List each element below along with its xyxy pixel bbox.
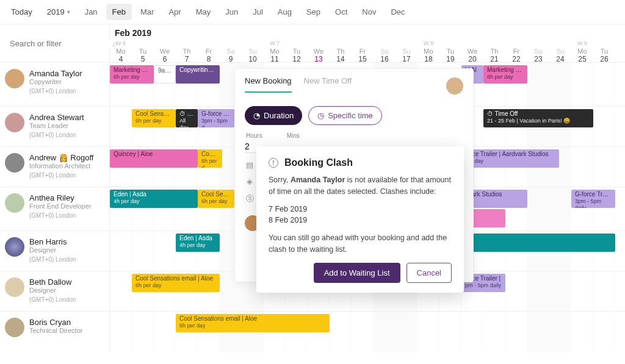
booking-block[interactable]: ⏱ TimeAll day — [176, 109, 198, 127]
today-button[interactable]: Today — [5, 4, 38, 20]
booking-block[interactable]: G-force Trailer |3pm - 5pm daily — [571, 190, 615, 208]
booking-block[interactable]: Marketing Brief6h per day — [110, 65, 154, 84]
warning-icon: ! — [269, 158, 278, 168]
booking-block[interactable]: ⏱ Time Off21 - 25 Feb | Vacation in Pari… — [483, 109, 593, 127]
person-name[interactable]: Boris Cryan — [29, 318, 82, 327]
year-picker[interactable]: 2019▾ — [41, 4, 76, 20]
person-role: Designer — [29, 287, 76, 294]
day-col[interactable]: W 7Mo11 — [264, 39, 286, 63]
month-feb[interactable]: Feb — [106, 4, 132, 20]
calendar-header: ⌕ Feb 2019 W 6Mo4 Tu5 We6 Th7 Fr8 Sa9 Su… — [0, 24, 625, 63]
assignee-avatar[interactable] — [446, 77, 463, 95]
day-col[interactable]: We13 — [308, 39, 330, 63]
person-tz: (GMT+0) London — [29, 256, 76, 263]
person-role: Designer — [29, 246, 76, 254]
day-col[interactable]: W 6Mo4 — [110, 39, 132, 63]
person-name[interactable]: Anthea Riley — [29, 193, 92, 202]
avatar[interactable] — [5, 277, 24, 297]
day-col[interactable]: Sa9 — [220, 39, 242, 63]
add-to-waiting-list-button[interactable]: Add to Waiting List — [314, 263, 400, 283]
duration-pill[interactable]: ◔Duration — [245, 106, 302, 125]
day-col[interactable]: Su24 — [549, 39, 571, 63]
day-col[interactable]: Sa16 — [374, 39, 396, 63]
day-col[interactable]: We20 — [461, 39, 483, 63]
booking-clash-modal: !Booking Clash Sorry, Amanda Taylor is n… — [256, 146, 464, 293]
day-col[interactable]: Fr15 — [352, 39, 374, 63]
project-icon: ◈ — [245, 177, 255, 186]
booking-block[interactable]: Copywriting | Aloe — [176, 65, 220, 84]
avatar[interactable] — [5, 318, 24, 337]
avatar[interactable] — [5, 193, 24, 213]
day-col[interactable]: Tu12 — [286, 39, 308, 63]
tab-new-time-off[interactable]: New Time Off — [304, 76, 352, 93]
month-nov[interactable]: Nov — [356, 4, 382, 20]
month-jan[interactable]: Jan — [79, 4, 104, 20]
person-tz: (GMT+0) London — [29, 132, 84, 138]
booking-block[interactable] — [461, 234, 615, 252]
avatar[interactable] — [5, 113, 24, 132]
day-col[interactable]: Th7 — [176, 39, 198, 63]
booking-block[interactable]: Marketing Brief6h per day — [483, 65, 527, 84]
person-role: Technical Director — [29, 327, 82, 334]
booking-block[interactable]: Cool Sensations email | Aloe6h per day — [176, 314, 330, 332]
avatar[interactable] — [5, 69, 24, 88]
day-col[interactable]: Th21 — [483, 39, 505, 63]
month-nav-bar: Today 2019▾ Jan Feb Mar Apr May Jun Jul … — [0, 0, 625, 24]
booking-block[interactable]: Quincey | Aloe — [110, 149, 198, 168]
day-col[interactable]: W 8Mo18 — [417, 39, 439, 63]
month-oct[interactable]: Oct — [329, 4, 353, 20]
person-name[interactable]: Beth Dallow — [29, 277, 76, 287]
person-tz: (GMT+0) London — [29, 296, 76, 303]
person-name[interactable]: Ben Harris — [29, 237, 76, 246]
search-input[interactable] — [10, 39, 112, 48]
day-col[interactable]: Fr8 — [198, 39, 220, 63]
month-dec[interactable]: Dec — [385, 4, 411, 20]
clash-cancel-button[interactable]: Cancel — [406, 263, 452, 283]
month-mar[interactable]: Mar — [134, 4, 160, 20]
month-apr[interactable]: Apr — [162, 4, 187, 20]
booking-block[interactable]: Cool Sensatio6h per day — [198, 190, 234, 208]
clash-title: !Booking Clash — [269, 157, 452, 168]
month-jul[interactable]: Jul — [247, 4, 269, 20]
month-jun[interactable]: Jun — [219, 4, 244, 20]
clash-dates: 7 Feb 2019 8 Feb 2019 — [269, 204, 452, 227]
person-role: Information Architect — [29, 162, 93, 170]
chevron-down-icon: ▾ — [67, 9, 70, 15]
booking-block[interactable]: Cool Sensations email | Aloe6h per day — [132, 274, 220, 292]
person-name[interactable]: Andrea Stewart — [29, 113, 84, 122]
person-role: Front End Developer — [29, 202, 92, 210]
day-col[interactable]: Tu26 — [593, 39, 615, 63]
day-col[interactable]: Th14 — [330, 39, 352, 63]
booking-block[interactable]: Cool Se6h per d — [198, 149, 222, 168]
day-col[interactable]: We6 — [154, 39, 176, 63]
day-col[interactable]: W 9Mo25 — [571, 39, 593, 63]
month-aug[interactable]: Aug — [272, 4, 298, 20]
person-role: Copywriter — [29, 78, 82, 85]
specific-time-pill[interactable]: ◷Specific time — [308, 106, 382, 125]
clock-icon: ◔ — [253, 111, 260, 120]
month-may[interactable]: May — [190, 4, 217, 20]
clash-hint: You can still go ahead with your booking… — [269, 232, 452, 255]
person-tz: (GMT+0) London — [29, 212, 92, 219]
day-col[interactable]: Tu5 — [132, 39, 154, 63]
booking-block[interactable]: 9am - 1 — [154, 65, 176, 84]
month-title: Feb 2019 — [110, 24, 625, 39]
avatar[interactable] — [5, 153, 24, 173]
month-sep[interactable]: Sep — [300, 4, 327, 20]
day-col[interactable]: Su17 — [396, 39, 417, 63]
day-col[interactable]: Tu19 — [439, 39, 461, 63]
person-role: Team Leader — [29, 122, 84, 129]
avatar[interactable] — [5, 237, 24, 257]
day-col[interactable]: Sa23 — [527, 39, 549, 63]
person-name[interactable]: Amanda Taylor — [29, 69, 82, 78]
booking-block[interactable]: Cool Sensations6h per day — [132, 109, 176, 127]
booking-block[interactable]: Eden | Asda4h per day — [110, 190, 198, 208]
booking-block[interactable]: G-force Trail3pm - 5pm d — [198, 109, 234, 127]
day-col[interactable]: Su10 — [242, 39, 264, 63]
booking-block[interactable]: Eden | Asda4h per day — [176, 234, 220, 252]
tab-new-booking[interactable]: New Booking — [245, 76, 292, 93]
person-name[interactable]: Andrew 👸 Rogoff — [29, 153, 93, 162]
clash-message: Sorry, Amanda Taylor is not available fo… — [269, 174, 452, 198]
day-col[interactable]: Fr22 — [505, 39, 527, 63]
booking-block[interactable]: force Trailer | Aardvark Studiosper day — [461, 149, 559, 168]
